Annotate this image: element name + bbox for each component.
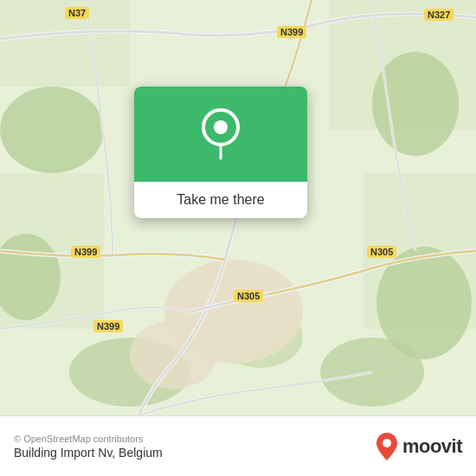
place-name-text: Building Import Nv, Belgium [14, 446, 163, 460]
map-view: N37 N399 N327 N399 N305 N305 N399 Take m… [0, 0, 476, 415]
svg-point-17 [383, 439, 391, 447]
svg-point-13 [130, 320, 216, 389]
popup-header [134, 87, 307, 182]
road-label-n399-mid: N399 [71, 246, 100, 258]
svg-point-5 [0, 87, 104, 173]
moovit-brand-text: moovit [402, 435, 462, 458]
bottom-bar: © OpenStreetMap contributors Building Im… [0, 415, 476, 476]
road-label-n305-bottom: N305 [234, 290, 263, 302]
road-label-n327: N327 [424, 9, 453, 21]
road-label-n305-right: N305 [367, 246, 396, 258]
attribution-text: © OpenStreetMap contributors [14, 434, 163, 444]
svg-point-6 [372, 52, 459, 156]
moovit-logo[interactable]: moovit [375, 431, 462, 462]
bottom-info: © OpenStreetMap contributors Building Im… [14, 434, 163, 460]
road-label-n37: N37 [65, 7, 89, 19]
location-popup[interactable]: Take me there [134, 87, 307, 218]
location-pin-icon [199, 108, 242, 160]
road-label-n399-top: N399 [277, 26, 306, 38]
svg-point-15 [214, 120, 228, 134]
moovit-pin-icon [375, 431, 399, 462]
take-me-there-button[interactable]: Take me there [134, 182, 307, 218]
road-label-n399-bottom: N399 [93, 320, 123, 332]
